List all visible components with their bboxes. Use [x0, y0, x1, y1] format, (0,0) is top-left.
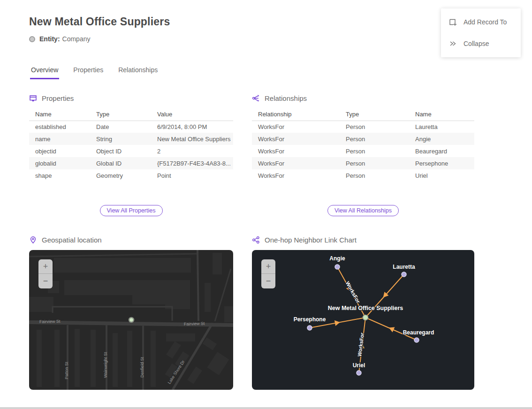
column-header: Type [340, 108, 409, 121]
map-zoom-control: + − [38, 259, 53, 288]
related-entity-link[interactable]: Uriel [409, 169, 474, 182]
link-chart-card[interactable]: WorksFor WorksFor Angie Lauretta Perseph [252, 250, 474, 390]
relationship-type: Person [340, 169, 409, 182]
tab-properties[interactable]: Properties [72, 66, 104, 79]
node-label: Persephone [294, 316, 326, 323]
table-row: established Date 6/9/2014, 8:00 PM [29, 121, 233, 133]
table-header-row: Relationship Type Name [252, 108, 474, 121]
node-label: Uriel [353, 362, 365, 369]
properties-actions: View All Properties [29, 205, 233, 216]
table-row: shape Geometry Point [29, 169, 233, 182]
map-entity-marker[interactable] [129, 318, 134, 322]
relationship-link[interactable]: WorksFor [252, 145, 340, 157]
related-entity-link[interactable]: Persephone [409, 157, 474, 169]
relationship-link[interactable]: WorksFor [252, 169, 340, 182]
relationship-type: Person [340, 157, 409, 169]
relationship-link[interactable]: WorksFor [252, 133, 340, 145]
view-all-properties-button[interactable]: View All Properties [100, 205, 163, 216]
entity-type-value: Company [62, 35, 91, 43]
property-type: String [90, 133, 151, 145]
zoom-in-button[interactable]: + [261, 259, 275, 274]
related-entity-link[interactable]: Beauregard [409, 145, 474, 157]
relationships-actions: View All Relationships [252, 205, 474, 216]
relationships-section-header: Relationships [252, 94, 474, 102]
property-name: globalid [29, 157, 90, 169]
table-row: objectid Object ID 2 [29, 145, 233, 157]
zoom-in-button[interactable]: + [38, 259, 53, 274]
tab-bar: Overview Properties Relationships [30, 66, 532, 79]
zoom-out-button[interactable]: − [38, 274, 53, 288]
relationship-type: Person [340, 121, 409, 133]
property-name: shape [29, 169, 90, 182]
map-card[interactable]: Fairview St Fairview St Patton St Wainwr… [29, 250, 233, 390]
property-name: established [29, 121, 90, 133]
relationship-link[interactable]: WorksFor [252, 121, 340, 133]
menu-item-label: Collapse [464, 40, 489, 47]
link-chart-icon [252, 236, 260, 244]
table-header-row: Name Type Value [29, 108, 233, 121]
property-value: Point [151, 169, 233, 182]
property-type: Object ID [90, 145, 151, 157]
context-menu: Add Record To Collapse [441, 8, 521, 57]
node-angie[interactable] [335, 265, 340, 269]
relationship-link[interactable]: WorksFor [252, 157, 340, 169]
street-label-denfield: Denfield St [140, 356, 144, 378]
property-value: {F5172B97-F4E3-4A83-8... [151, 157, 233, 169]
tab-relationships[interactable]: Relationships [117, 66, 159, 79]
relationship-type: Person [340, 145, 409, 157]
column-header: Name [29, 108, 90, 121]
street-label-fairview-right: Fairview St [184, 321, 205, 326]
overview-content: Properties Name Type Value established D… [29, 94, 532, 390]
table-row: WorksFor Person Lauretta [252, 121, 474, 133]
properties-section-header: Properties [29, 94, 233, 102]
menu-item-collapse[interactable]: Collapse [441, 33, 521, 54]
node-center-company[interactable] [363, 315, 368, 320]
related-entity-link[interactable]: Angie [409, 133, 474, 145]
menu-item-add-record-to[interactable]: Add Record To [441, 11, 521, 33]
properties-table: Name Type Value established Date 6/9/201… [29, 108, 233, 182]
node-beauregard[interactable] [414, 338, 419, 342]
tab-overview[interactable]: Overview [30, 66, 59, 79]
column-header: Relationship [252, 108, 340, 121]
related-entity-link[interactable]: Lauretta [409, 121, 474, 133]
street-label-fairview-left: Fairview St [39, 319, 61, 324]
link-chart-section-title: One-hop Neighbor Link Chart [265, 236, 357, 244]
node-uriel[interactable] [357, 371, 361, 375]
chart-zoom-control: + − [261, 259, 275, 288]
add-record-icon [448, 18, 457, 26]
entity-type-dot [29, 36, 35, 42]
table-row: name String New Metal Office Suppliers [29, 133, 233, 145]
view-all-relationships-button[interactable]: View All Relationships [327, 205, 399, 216]
property-name: objectid [29, 145, 90, 157]
node-label: Beauregard [403, 329, 434, 336]
street-label-patton: Patton St [64, 362, 69, 379]
table-row: WorksFor Person Beauregard [252, 145, 474, 157]
relationship-type: Person [340, 133, 409, 145]
geospatial-section-title: Geospatial location [42, 236, 102, 244]
collapse-icon [448, 39, 457, 48]
property-type: Geometry [90, 169, 151, 182]
properties-column: Properties Name Type Value established D… [29, 94, 233, 390]
properties-section-title: Properties [42, 94, 74, 102]
geospatial-section-header: Geospatial location [29, 235, 233, 244]
property-value: 2 [151, 145, 233, 157]
map-pin-icon [29, 236, 37, 244]
bottom-scrollbar[interactable] [0, 407, 532, 409]
menu-item-label: Add Record To [464, 18, 507, 26]
property-type: Global ID [90, 157, 151, 169]
property-value: New Metal Office Suppliers [151, 133, 233, 145]
table-row: globalid Global ID {F5172B97-F4E3-4A83-8… [29, 157, 233, 169]
property-name: name [29, 133, 90, 145]
street-label-wainwright: Wainwright St [103, 352, 108, 378]
node-persephone[interactable] [307, 326, 312, 330]
node-lauretta[interactable] [402, 272, 406, 277]
table-row: WorksFor Person Persephone [252, 157, 474, 169]
property-value: 6/9/2014, 8:00 PM [151, 121, 233, 133]
node-label: Lauretta [393, 264, 415, 270]
table-row: WorksFor Person Uriel [252, 169, 474, 182]
entity-details-page: New Metal Office Suppliers Entity: Compa… [0, 0, 532, 409]
node-label: Angie [329, 255, 345, 262]
link-chart-section-header: One-hop Neighbor Link Chart [252, 235, 474, 244]
zoom-out-button[interactable]: − [261, 274, 275, 288]
column-header: Type [90, 108, 151, 121]
